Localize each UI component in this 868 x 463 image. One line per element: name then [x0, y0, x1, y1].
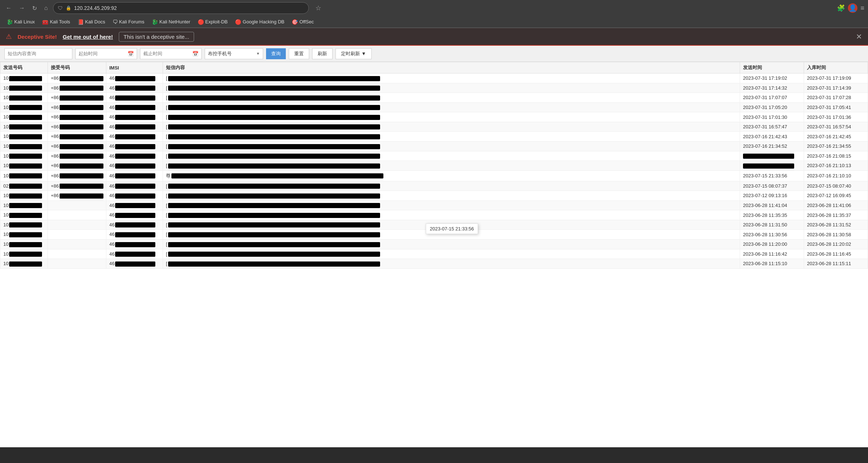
table-row[interactable]: 10+8646[2023-07-31 16:57:472023-07-31 16… [0, 122, 868, 132]
cell-content: [ [163, 200, 740, 210]
table-row[interactable]: 1046[2023-06-28 11:15:102023-06-28 11:15… [0, 259, 868, 269]
extensions-icon[interactable]: 🧩 [837, 4, 845, 12]
phone-placeholder-text: 布控手机号 [208, 50, 232, 57]
not-deceptive-button[interactable]: This isn't a deceptive site... [119, 32, 194, 42]
start-calendar-icon[interactable]: 📅 [128, 51, 134, 57]
bookmark-kali-forums[interactable]: 🗨 Kali Forums [110, 18, 147, 26]
table-row[interactable]: 1046[2023-06-28 11:41:042023-06-28 11:41… [0, 200, 868, 210]
cell-content: [ [163, 161, 740, 171]
exploit-db-icon: 🔴 [198, 19, 204, 25]
forward-button[interactable]: → [17, 3, 27, 13]
table-row[interactable]: 1046[2023-06-28 11:20:002023-06-28 11:20… [0, 240, 868, 249]
bookmark-label: Kali Docs [85, 19, 105, 25]
auto-refresh-button[interactable]: 定时刷新 ▼ [336, 48, 372, 59]
browser-right-icons: 🧩 👤 ≡ [837, 3, 864, 13]
cell-recv: +86 [48, 83, 106, 93]
tooltip-text: 2023-07-15 21:33:56 [430, 226, 474, 232]
reload-button[interactable]: ↻ [30, 3, 39, 13]
browser-chrome: ← → ↻ ⌂ 🛡 🔒 120.224.45.209:92 ☆ 🧩 👤 ≡ 🐉 … [0, 0, 868, 28]
table-row[interactable]: 10+8646尊2023-07-15 21:33:562023-07-16 21… [0, 170, 868, 181]
table-row[interactable]: 10+8646[2023-07-12 09:13:162023-07-12 16… [0, 191, 868, 201]
table-row[interactable]: 10+8646[2023-07-16 21:08:15 [0, 151, 868, 161]
cell-imsi: 46 [106, 102, 163, 112]
get-me-out-button[interactable]: Get me out of here! [63, 34, 113, 40]
cell-send: 10 [0, 200, 48, 210]
cell-send: 10 [0, 93, 48, 103]
cell-imsi: 46 [106, 122, 163, 132]
cell-send-time: 2023-07-31 17:07:07 [740, 93, 804, 103]
cell-send-time: 2023-07-15 08:07:37 [740, 181, 804, 191]
cell-send-time: 2023-06-28 11:41:04 [740, 200, 804, 210]
filter-bar: 📅 📅 布控手机号 ▼ 查询 重置 刷新 定时刷新 ▼ [0, 46, 868, 62]
cell-imsi: 46 [106, 240, 163, 249]
cell-content: 尊 [163, 170, 740, 181]
end-time-input[interactable] [143, 51, 191, 56]
cell-content: [ [163, 249, 740, 259]
start-time-input[interactable] [79, 51, 126, 56]
reset-button[interactable]: 重置 [289, 48, 309, 59]
cell-send-time: 2023-07-31 17:01:30 [740, 112, 804, 122]
bookmark-google-hacking-db[interactable]: 🔴 Google Hacking DB [232, 18, 287, 26]
cell-content: [ [163, 132, 740, 142]
table-row[interactable]: 10+8646[2023-07-31 17:14:322023-07-31 17… [0, 83, 868, 93]
table-row[interactable]: 02+8646[2023-07-15 08:07:372023-07-15 08… [0, 181, 868, 191]
end-calendar-icon[interactable]: 📅 [192, 51, 198, 57]
bookmark-kali-docs[interactable]: 📕 Kali Docs [75, 18, 108, 26]
cell-in-time: 2023-06-28 11:31:52 [804, 220, 868, 230]
cell-recv: +86 [48, 93, 106, 103]
bookmark-label: Kali NetHunter [159, 19, 190, 25]
table-row[interactable]: 1046[2023-06-28 11:16:422023-06-28 11:16… [0, 249, 868, 259]
bookmark-exploit-db[interactable]: 🔴 Exploit-DB [195, 18, 231, 26]
cell-in-time: 2023-07-31 17:01:36 [804, 112, 868, 122]
profile-icon[interactable]: 👤 [848, 3, 857, 13]
bookmark-kali-nethunter[interactable]: 🐉 Kali NetHunter [149, 18, 193, 26]
refresh-button[interactable]: 刷新 [312, 48, 333, 59]
cell-in-time: 2023-07-16 21:10:13 [804, 161, 868, 171]
cell-send-time: 2023-06-28 11:35:35 [740, 210, 804, 220]
end-time-picker[interactable]: 📅 [140, 48, 202, 59]
warning-close-button[interactable]: ✕ [856, 32, 862, 41]
table-row[interactable]: 10+8646[2023-07-16 21:34:522023-07-16 21… [0, 141, 868, 151]
start-time-picker[interactable]: 📅 [75, 48, 137, 59]
cell-send-time: 2023-07-31 17:14:32 [740, 83, 804, 93]
content-search-input[interactable] [4, 48, 72, 59]
cell-imsi: 46 [106, 200, 163, 210]
cell-recv: +86 [48, 161, 106, 171]
cell-recv: +86 [48, 191, 106, 201]
cell-send: 02 [0, 181, 48, 191]
table-row[interactable]: 10+8646[2023-07-31 17:07:072023-07-31 17… [0, 93, 868, 103]
kali-forums-icon: 🗨 [113, 19, 118, 25]
cell-send: 10 [0, 170, 48, 181]
cell-imsi: 46 [106, 93, 163, 103]
url-text[interactable]: 120.224.45.209:92 [74, 5, 304, 11]
col-header-sendtime: 发送时间 [740, 62, 804, 74]
back-button[interactable]: ← [4, 3, 14, 13]
bookmark-star-button[interactable]: ☆ [315, 4, 321, 12]
bookmark-kali-tools[interactable]: 🧰 Kali Tools [39, 18, 73, 26]
cell-send-time: 2023-06-28 11:30:56 [740, 230, 804, 240]
cell-in-time: 2023-07-31 17:07:28 [804, 93, 868, 103]
bookmark-label: Kali Tools [50, 19, 70, 25]
cell-send: 10 [0, 259, 48, 269]
cell-imsi: 46 [106, 220, 163, 230]
bookmark-kali-linux[interactable]: 🐉 Kali Linux [4, 18, 38, 26]
query-button[interactable]: 查询 [266, 48, 286, 59]
table-row[interactable]: 10+8646[2023-07-31 17:19:022023-07-31 17… [0, 74, 868, 83]
cell-send: 10 [0, 210, 48, 220]
table-row[interactable]: 10+8646[2023-07-16 21:42:432023-07-16 21… [0, 132, 868, 142]
browser-menu-button[interactable]: ≡ [860, 4, 864, 12]
table-row[interactable]: 10+8646[2023-07-16 21:10:13 [0, 161, 868, 171]
cell-send: 10 [0, 83, 48, 93]
cell-in-time: 2023-06-28 11:15:11 [804, 259, 868, 269]
cell-content: [ [163, 122, 740, 132]
table-row[interactable]: 1046[2023-06-28 11:35:352023-06-28 11:35… [0, 210, 868, 220]
table-row[interactable]: 10+8646[2023-07-31 17:05:202023-07-31 17… [0, 102, 868, 112]
phone-number-filter[interactable]: 布控手机号 ▼ [205, 48, 263, 59]
table-row[interactable]: 10+8646[2023-07-31 17:01:302023-07-31 17… [0, 112, 868, 122]
cell-imsi: 46 [106, 112, 163, 122]
cell-imsi: 46 [106, 210, 163, 220]
cell-recv: +86 [48, 102, 106, 112]
home-button[interactable]: ⌂ [42, 3, 50, 13]
bookmark-offsec[interactable]: 🎯 OffSec [289, 18, 317, 26]
bookmark-label: Google Hacking DB [243, 19, 284, 25]
